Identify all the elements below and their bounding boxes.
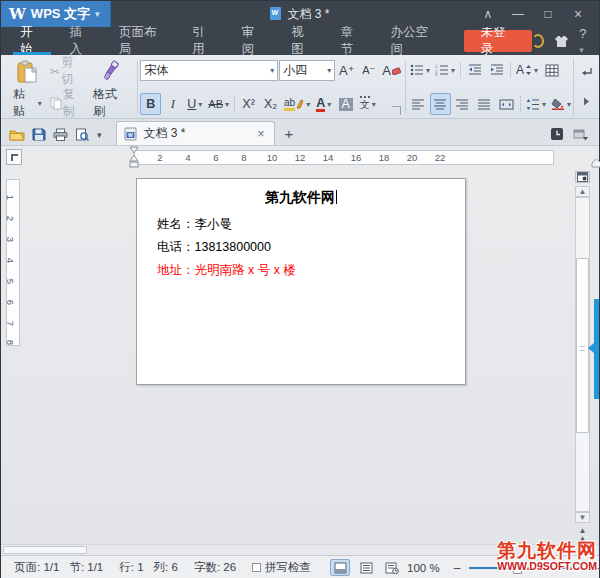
maximize-button[interactable]: □	[535, 4, 561, 24]
tab-review[interactable]: 审阅	[229, 27, 279, 55]
font-dialog-launcher-icon[interactable]	[392, 106, 401, 115]
subscript-button[interactable]: X₂	[260, 93, 281, 115]
text-tool-button[interactable]: A▾	[514, 59, 540, 81]
minimize-button[interactable]: —	[505, 4, 531, 24]
close-button[interactable]: ×	[565, 4, 591, 24]
align-center-button[interactable]	[430, 93, 451, 115]
bullet-list-button[interactable]: ▾	[408, 59, 432, 81]
zoom-slider-track[interactable]	[469, 567, 589, 569]
pinyin-guide-button[interactable]: 文▾	[357, 93, 378, 115]
shrink-font-button[interactable]: A⁻	[358, 59, 379, 81]
format-painter-icon[interactable]	[99, 60, 121, 82]
right-indent-marker[interactable]	[591, 159, 600, 168]
collapse-ribbon-button[interactable]: ∧	[475, 4, 501, 24]
document-tab[interactable]: W 文档 3 * ×	[116, 121, 275, 145]
font-name-combo[interactable]: 宋体▾	[140, 60, 278, 81]
decrease-indent-button[interactable]	[464, 59, 485, 81]
status-line[interactable]: 行: 1	[114, 560, 148, 575]
paste-icon[interactable]	[15, 60, 39, 84]
new-tab-button[interactable]: +	[275, 125, 304, 145]
italic-button[interactable]: I	[162, 93, 183, 115]
more-tools-arrow-icon[interactable]	[576, 91, 597, 113]
format-painter-button[interactable]: 格式刷	[91, 92, 129, 114]
tab-view[interactable]: 视图	[278, 27, 328, 55]
doc-line-address[interactable]: 地址：光明南路 x 号 x 楼	[137, 259, 465, 282]
status-page[interactable]: 页面: 1/1	[9, 560, 64, 575]
char-shading-button[interactable]: A	[335, 93, 356, 115]
tab-insert[interactable]: 插入	[57, 27, 107, 55]
page-view-button[interactable]	[330, 559, 350, 576]
underline-button[interactable]: U▾	[184, 93, 205, 115]
open-folder-icon[interactable]	[9, 128, 25, 141]
scroll-down-button[interactable]: ▼	[575, 512, 590, 523]
indent-markers[interactable]	[128, 146, 140, 169]
tab-close-icon[interactable]: ×	[257, 127, 266, 141]
ruler-mark: 16	[351, 152, 362, 163]
hscroll-thumb[interactable]	[3, 546, 87, 554]
print-icon[interactable]	[53, 128, 68, 141]
justify-button[interactable]	[474, 93, 495, 115]
app-menu-button[interactable]: W WPS 文字 ▾	[1, 1, 111, 27]
tab-section[interactable]: 章节	[328, 27, 378, 55]
help-button[interactable]: ?▾	[579, 26, 589, 56]
tab-references[interactable]: 引用	[179, 27, 229, 55]
update-ring-icon[interactable]	[532, 34, 544, 48]
increase-indent-button[interactable]	[486, 59, 507, 81]
spell-check-toggle[interactable]: 拼写检查	[247, 560, 316, 575]
line-spacing-button[interactable]: ▾	[524, 93, 548, 115]
tab-office-space[interactable]: 办公空间	[377, 27, 450, 55]
tab-home[interactable]: 开始	[7, 27, 57, 55]
cut-button[interactable]: ✂剪切	[48, 60, 87, 82]
horizontal-scrollbar[interactable]	[1, 544, 599, 555]
wrap-mark-icon[interactable]	[576, 62, 597, 84]
align-right-button[interactable]	[452, 93, 473, 115]
font-size-combo[interactable]: 小四▾	[279, 60, 335, 81]
doc-line-phone[interactable]: 电话：13813800000	[137, 236, 465, 259]
document-page[interactable]: 第九软件网 姓名：李小曼 电话：13813800000 地址：光明南路 x 号 …	[136, 178, 466, 385]
view-options-icon[interactable]	[575, 171, 590, 183]
insert-table-button[interactable]	[541, 59, 562, 81]
copy-button[interactable]: 复制	[48, 92, 87, 114]
scroll-up-button[interactable]: ▲	[575, 186, 590, 197]
status-section[interactable]: 节: 1/1	[64, 560, 108, 575]
highlight-color-button[interactable]: ab ▾	[282, 93, 312, 115]
history-list-icon[interactable]	[550, 127, 564, 141]
login-button[interactable]: 未登录	[464, 30, 531, 52]
zoom-slider[interactable]	[469, 562, 589, 574]
grow-font-button[interactable]: A⁺	[336, 59, 357, 81]
save-icon[interactable]	[32, 128, 46, 141]
status-column[interactable]: 列: 6	[149, 560, 183, 575]
document-title-line[interactable]: 第九软件网	[137, 189, 465, 207]
scroll-track[interactable]	[575, 197, 590, 512]
tab-page-layout[interactable]: 页面布局	[106, 27, 179, 55]
tab-stop-selector[interactable]	[6, 149, 22, 165]
task-pane-handle[interactable]	[594, 299, 599, 399]
horizontal-ruler[interactable]: 2 4 6 8 10 12 14 16 18 20 22	[134, 150, 554, 165]
document-body[interactable]: 姓名：李小曼 电话：13813800000 地址：光明南路 x 号 x 楼	[137, 213, 465, 282]
distribute-button[interactable]	[496, 93, 517, 115]
quick-access-dropdown-icon[interactable]: ▾	[97, 130, 102, 140]
group-separator	[137, 61, 138, 113]
outline-view-button[interactable]	[356, 559, 376, 576]
vertical-ruler[interactable]: 1 2 3 4 5 6 7 8	[6, 179, 20, 346]
strikethrough-button[interactable]: AB▾	[206, 93, 231, 115]
numbered-list-button[interactable]: 123 ▾	[433, 59, 457, 81]
web-layout-view-button[interactable]	[382, 559, 402, 576]
align-left-button[interactable]	[408, 93, 429, 115]
switch-window-icon[interactable]	[573, 128, 589, 141]
zoom-slider-handle[interactable]	[513, 562, 522, 574]
zoom-out-button[interactable]: −	[453, 563, 461, 573]
previous-page-button[interactable]: ▲▲	[579, 527, 587, 543]
paste-button[interactable]: 粘贴▾	[11, 92, 44, 114]
skin-shirt-icon[interactable]	[554, 35, 569, 48]
bold-button[interactable]: B	[140, 93, 161, 115]
doc-line-name[interactable]: 姓名：李小曼	[137, 213, 465, 236]
font-color-button[interactable]: A ▾	[313, 93, 334, 115]
chevron-down-icon: ▾	[95, 9, 100, 19]
clear-format-button[interactable]: A	[380, 59, 403, 81]
status-word-count[interactable]: 字数: 26	[189, 560, 241, 575]
zoom-level[interactable]: 100 %	[402, 562, 445, 574]
print-preview-icon[interactable]	[75, 128, 89, 141]
shading-button[interactable]: ▾	[549, 93, 573, 115]
superscript-button[interactable]: X²	[238, 93, 259, 115]
